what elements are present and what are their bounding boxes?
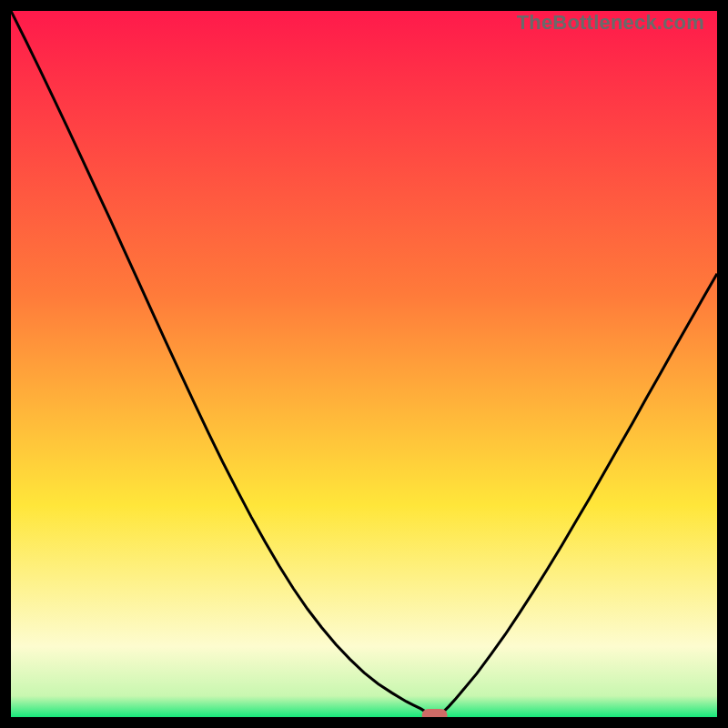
watermark-text: TheBottleneck.com (517, 11, 704, 35)
chart-frame: TheBottleneck.com (11, 11, 717, 717)
optimal-point-marker (422, 709, 448, 717)
gradient-background (11, 11, 717, 717)
bottleneck-chart (11, 11, 717, 717)
